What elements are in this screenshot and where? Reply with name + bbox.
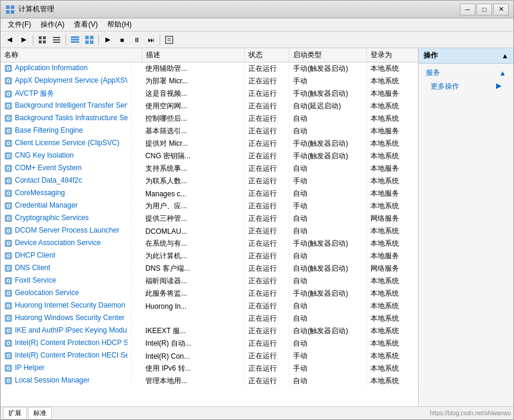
svg-point-74 (8, 280, 10, 281)
svg-rect-6 (39, 40, 42, 43)
svg-rect-8 (53, 37, 60, 38)
service-name: Background Tasks Infrastructure Service (15, 114, 127, 122)
service-desc: IKEEXT 服... (142, 325, 244, 337)
service-icon (4, 376, 13, 385)
service-name: Credential Manager (15, 201, 77, 209)
view-btn1[interactable] (36, 33, 49, 46)
svg-rect-7 (43, 40, 46, 43)
service-icon (4, 226, 13, 235)
view-btn4[interactable] (83, 33, 96, 46)
view-btn3[interactable] (68, 33, 82, 46)
main-window: 计算机管理 ─ □ ✕ 文件(F)操作(A)查看(V)帮助(H) ◀ ▶ ▶ ■… (0, 0, 514, 420)
table-row[interactable]: IP Helper使用 IPv6 转...正在运行手动本地系统 (1, 362, 418, 375)
col-header-status[interactable]: 状态 (245, 48, 289, 62)
stop-button[interactable]: ■ (116, 33, 129, 46)
service-list[interactable]: 名称 描述 状态 启动类型 登录为 Application Informatio… (1, 48, 418, 406)
service-login: 本地服务 (366, 87, 418, 100)
title-left: 计算机管理 (5, 4, 54, 14)
table-row[interactable]: Client License Service (ClipSVC)提供对 Micr… (1, 137, 418, 150)
service-startup: 自动(触发器启动) (289, 262, 366, 275)
table-row[interactable]: AppX Deployment Service (AppXSVC)为部署 Mic… (1, 75, 418, 87)
col-header-desc[interactable]: 描述 (142, 48, 244, 62)
minimize-button[interactable]: ─ (460, 4, 475, 15)
table-row[interactable]: CNG Key IsolationCNG 密钥隔...正在运行手动(触发器启动)… (1, 150, 418, 162)
service-status: 正在运行 (245, 250, 289, 262)
menu-item-a[interactable]: 操作(A) (36, 18, 69, 31)
service-startup: 手动(触发器启动) (289, 137, 366, 150)
menu-item-v[interactable]: 查看(V) (69, 18, 102, 31)
service-status: 正在运行 (245, 262, 289, 275)
table-row[interactable]: DNS ClientDNS 客户端...正在运行自动(触发器启动)网络服务 (1, 262, 418, 275)
right-panel-services[interactable]: 服务 ▲ (419, 66, 513, 80)
service-icon (4, 264, 13, 272)
properties-button[interactable] (163, 33, 176, 46)
table-row[interactable]: Background Tasks Infrastructure Service控… (1, 112, 418, 125)
tab-standard[interactable]: 标准 (28, 407, 52, 419)
table-row[interactable]: CoreMessagingManages c...正在运行自动本地服务 (1, 187, 418, 200)
service-desc: 使用空闲网... (142, 100, 244, 112)
menu-item-h[interactable]: 帮助(H) (102, 18, 136, 31)
right-panel-more-actions[interactable]: 更多操作 ▶ (419, 80, 513, 93)
pause-button[interactable]: ⏸ (130, 33, 143, 46)
service-desc: 基本筛选引... (142, 125, 244, 137)
close-button[interactable]: ✕ (493, 4, 509, 15)
service-startup: 手动 (289, 362, 366, 375)
service-desc: 这是音视频... (142, 87, 244, 100)
service-name: AVCTP 服务 (15, 89, 54, 99)
table-row[interactable]: DCOM Server Process LauncherDCOMLAU...正在… (1, 225, 418, 237)
service-desc: 为用户、应... (142, 200, 244, 212)
view-btn2[interactable] (50, 33, 63, 46)
forward-button[interactable]: ▶ (17, 33, 30, 46)
menu-item-f[interactable]: 文件(F) (3, 18, 36, 31)
service-name: Device Association Service (15, 239, 101, 247)
table-row[interactable]: Foxit Service福昕阅读器...正在运行自动本地系统 (1, 275, 418, 287)
table-row[interactable]: COM+ Event System支持系统事...正在运行自动本地服务 (1, 162, 418, 175)
service-login: 网络服务 (366, 262, 418, 275)
table-row[interactable]: AVCTP 服务这是音视频...正在运行手动(触发器启动)本地服务 (1, 87, 418, 100)
svg-point-38 (8, 130, 10, 131)
main-area: 名称 描述 状态 启动类型 登录为 Application Informatio… (1, 48, 513, 406)
table-row[interactable]: Local Session Manager管理本地用...正在运行自动本地系统 (1, 375, 418, 387)
col-header-name[interactable]: 名称 (1, 48, 142, 62)
service-desc: 提供三种管... (142, 212, 244, 225)
service-icon (4, 326, 13, 335)
maximize-button[interactable]: □ (476, 4, 492, 15)
col-header-login[interactable]: 登录为 (366, 48, 418, 62)
service-status: 正在运行 (245, 237, 289, 250)
svg-rect-2 (6, 10, 10, 14)
table-row[interactable]: Background Intelligent Transfer Service使… (1, 100, 418, 112)
table-row[interactable]: Huorong Windows Security Center正在运行自动本地系… (1, 312, 418, 325)
tab-expand[interactable]: 扩展 (3, 407, 27, 419)
service-name: Application Information (15, 64, 88, 72)
svg-rect-14 (85, 36, 89, 39)
table-row[interactable]: Base Filtering Engine基本筛选引...正在运行自动本地服务 (1, 125, 418, 137)
svg-point-95 (8, 367, 10, 369)
table-row[interactable]: DHCP Client为此计算机...正在运行自动本地服务 (1, 250, 418, 262)
table-row[interactable]: Intel(R) Content Protection HECI Service… (1, 350, 418, 362)
table-row[interactable]: Device Association Service在系统与有...正在运行手动… (1, 237, 418, 250)
service-login: 本地系统 (366, 100, 418, 112)
table-row[interactable]: IKE and AuthIP IPsec Keying ModulesIKEEX… (1, 325, 418, 337)
svg-point-23 (8, 67, 10, 69)
service-icon (4, 276, 13, 285)
service-startup: 手动(触发器启动) (289, 237, 366, 250)
table-row[interactable]: Cryptographic Services提供三种管...正在运行自动网络服务 (1, 212, 418, 225)
service-status: 正在运行 (245, 362, 289, 375)
service-startup: 自动 (289, 337, 366, 350)
table-row[interactable]: Contact Data_484f2c为联系人数...正在运行手动本地系统 (1, 175, 418, 187)
table-row[interactable]: Credential Manager为用户、应...正在运行手动本地系统 (1, 200, 418, 212)
back-button[interactable]: ◀ (3, 33, 16, 46)
table-row[interactable]: Application Information使用辅助管...正在运行手动(触发… (1, 62, 418, 76)
service-name: COM+ Event System (15, 164, 82, 172)
restart-button[interactable]: ⏭ (144, 33, 157, 46)
service-startup: 自动 (289, 312, 366, 325)
table-row[interactable]: Intel(R) Content Protection HDCP Service… (1, 337, 418, 350)
svg-point-44 (8, 155, 10, 156)
col-header-startup[interactable]: 启动类型 (289, 48, 366, 62)
play-button[interactable]: ▶ (101, 33, 114, 46)
service-icon (4, 151, 13, 160)
table-row[interactable]: Geolocation Service此服务将监...正在运行手动(触发器启动)… (1, 287, 418, 300)
right-panel-collapse[interactable]: ▲ (501, 52, 509, 60)
svg-rect-10 (53, 42, 60, 43)
table-row[interactable]: Huorong Internet Security DaemonHuorong … (1, 300, 418, 312)
